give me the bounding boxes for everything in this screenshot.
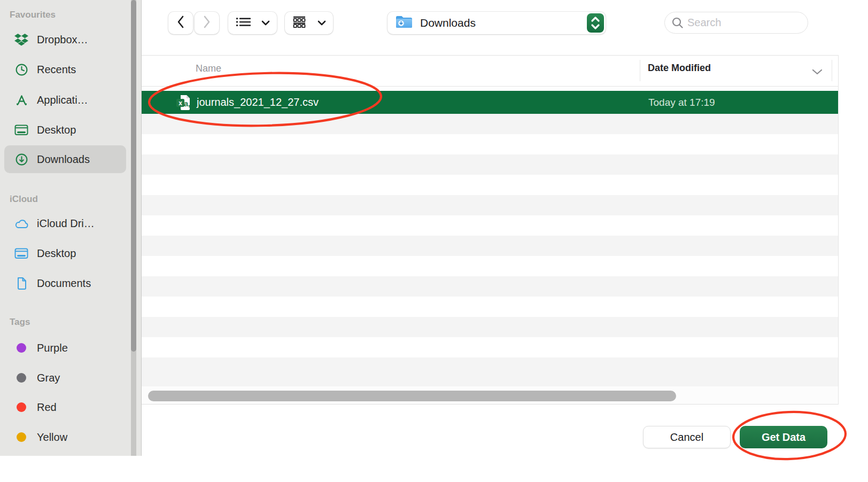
empty-file-row-partial bbox=[142, 378, 838, 386]
desktop-icon bbox=[14, 122, 29, 137]
file-row-selected[interactable]: a,x journals_2021_12_27.csv Today at 17:… bbox=[142, 91, 838, 114]
location-dropdown[interactable]: Downloads bbox=[387, 12, 606, 34]
list-view-icon bbox=[235, 16, 251, 30]
yellow-tag-icon bbox=[14, 430, 29, 445]
location-label: Downloads bbox=[420, 17, 476, 29]
gray-tag-icon bbox=[14, 370, 29, 385]
sidebar-item-label: Desktop bbox=[37, 247, 76, 260]
downloads-folder-icon bbox=[395, 14, 413, 32]
section-title-icloud: iCloud bbox=[10, 192, 38, 207]
sidebar-item-label: iCloud Dri… bbox=[37, 217, 95, 230]
chevron-down-icon bbox=[261, 18, 270, 28]
chevron-down-icon bbox=[317, 18, 326, 28]
file-open-dialog: Favourites Dropbox… Recents Applicati… D… bbox=[0, 0, 868, 482]
header-top-border bbox=[142, 55, 838, 56]
cancel-button[interactable]: Cancel bbox=[643, 426, 731, 448]
list-view-button[interactable] bbox=[228, 12, 277, 34]
column-divider bbox=[640, 60, 640, 81]
column-header-date-modified[interactable]: Date Modified bbox=[648, 63, 711, 74]
empty-file-rows bbox=[142, 114, 838, 386]
group-view-button[interactable] bbox=[285, 12, 333, 34]
sidebar-item-label: Downloads bbox=[37, 153, 90, 166]
sidebar-scrollbar-thumb[interactable] bbox=[131, 0, 136, 352]
svg-text:x: x bbox=[179, 99, 182, 107]
horizontal-scrollbar-track[interactable] bbox=[142, 386, 838, 405]
sidebar-item-recents[interactable]: Recents bbox=[4, 56, 126, 83]
back-button[interactable] bbox=[168, 12, 193, 34]
get-data-button[interactable]: Get Data bbox=[740, 426, 827, 448]
download-circle-icon bbox=[14, 152, 29, 167]
file-date-modified: Today at 17:19 bbox=[648, 91, 715, 114]
cancel-button-label: Cancel bbox=[670, 431, 703, 444]
appstore-icon bbox=[14, 92, 29, 107]
sidebar-item-downloads[interactable]: Downloads bbox=[4, 145, 126, 173]
group-view-icon bbox=[292, 16, 307, 30]
dropbox-icon bbox=[14, 32, 29, 47]
cloud-icon bbox=[14, 216, 29, 231]
sidebar-item-tag-gray[interactable]: Gray bbox=[4, 364, 126, 392]
purple-tag-icon bbox=[14, 340, 29, 355]
sidebar-item-tag-yellow[interactable]: Yellow bbox=[4, 423, 126, 451]
red-tag-icon bbox=[14, 400, 29, 415]
search-input[interactable] bbox=[664, 12, 808, 34]
sidebar-item-label: Purple bbox=[37, 342, 68, 354]
clock-icon bbox=[14, 62, 29, 77]
column-header-name[interactable]: Name bbox=[196, 63, 221, 74]
chevron-left-icon bbox=[176, 15, 185, 31]
sidebar-item-documents[interactable]: Documents bbox=[4, 269, 126, 297]
get-data-button-label: Get Data bbox=[762, 431, 805, 444]
column-divider bbox=[832, 60, 832, 81]
sidebar-item-tag-purple[interactable]: Purple bbox=[4, 334, 126, 362]
sidebar-item-label: Documents bbox=[37, 277, 91, 290]
file-name: journals_2021_12_27.csv bbox=[197, 91, 319, 114]
sidebar: Favourites Dropbox… Recents Applicati… D… bbox=[0, 0, 142, 456]
sidebar-item-label: Recents bbox=[37, 64, 76, 76]
forward-button[interactable] bbox=[195, 12, 219, 34]
desktop-icon bbox=[14, 246, 29, 261]
location-stepper[interactable] bbox=[587, 13, 604, 33]
section-title-favourites: Favourites bbox=[10, 7, 56, 22]
svg-text:a,: a, bbox=[184, 99, 190, 108]
horizontal-scrollbar-thumb[interactable] bbox=[148, 391, 676, 401]
header-bottom-border bbox=[142, 86, 838, 87]
sidebar-item-label: Yellow bbox=[37, 431, 67, 444]
sidebar-item-tag-red[interactable]: Red bbox=[4, 393, 126, 421]
section-title-tags: Tags bbox=[10, 315, 30, 330]
sidebar-item-desktop[interactable]: Desktop bbox=[4, 116, 126, 144]
sidebar-item-icloud-desktop[interactable]: Desktop bbox=[4, 239, 126, 267]
document-icon bbox=[14, 276, 29, 291]
sidebar-item-dropbox[interactable]: Dropbox… bbox=[4, 26, 126, 53]
sidebar-item-icloud-drive[interactable]: iCloud Dri… bbox=[4, 209, 126, 237]
sidebar-item-label: Gray bbox=[37, 372, 60, 384]
sidebar-item-applications[interactable]: Applicati… bbox=[4, 86, 126, 114]
search-field bbox=[664, 12, 808, 34]
sidebar-item-label: Red bbox=[37, 401, 57, 414]
excel-csv-file-icon: a,x bbox=[175, 94, 191, 113]
chevron-right-icon bbox=[203, 15, 211, 31]
sort-chevron-down-icon[interactable] bbox=[811, 68, 823, 77]
sidebar-item-label: Desktop bbox=[37, 124, 76, 136]
sidebar-item-label: Applicati… bbox=[37, 94, 88, 106]
list-pane-right-border bbox=[838, 55, 839, 405]
sidebar-item-label: Dropbox… bbox=[37, 34, 88, 46]
